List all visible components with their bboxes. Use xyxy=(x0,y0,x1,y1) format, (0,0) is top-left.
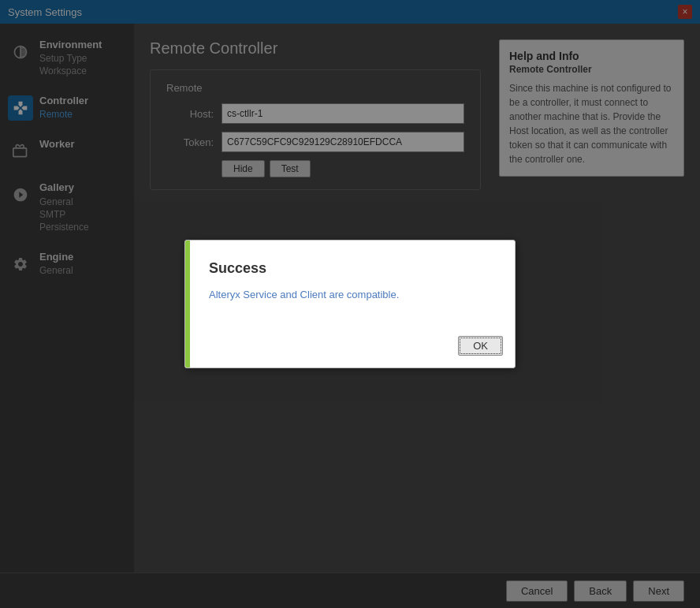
dialog-body: Success Alteryx Service and Client are c… xyxy=(185,241,515,336)
dialog-ok-button[interactable]: OK xyxy=(458,336,503,356)
dialog-message: Alteryx Service and Client are compatibl… xyxy=(209,289,495,300)
dialog-title: Success xyxy=(209,260,495,277)
dialog-accent-bar xyxy=(185,241,190,367)
success-dialog: Success Alteryx Service and Client are c… xyxy=(184,240,516,368)
dialog-footer: OK xyxy=(185,336,515,367)
modal-overlay: Success Alteryx Service and Client are c… xyxy=(0,0,700,608)
